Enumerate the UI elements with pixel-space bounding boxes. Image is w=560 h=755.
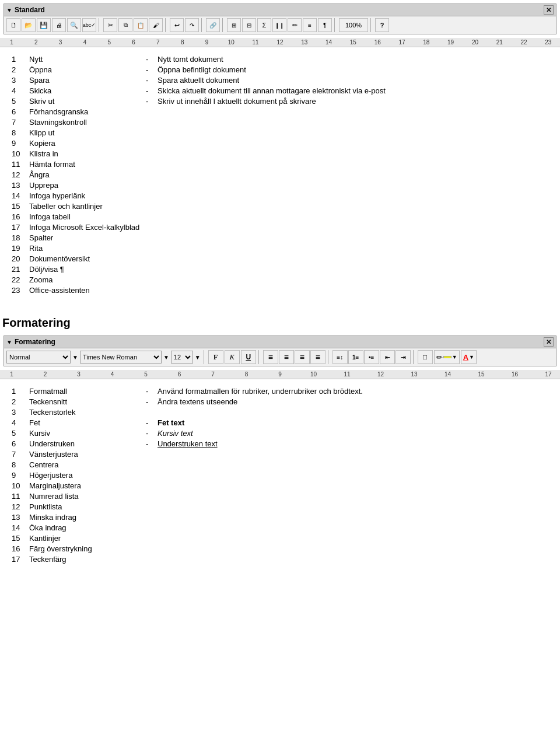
insert-table-button[interactable]: ⊟ <box>242 18 256 32</box>
increase-indent-button[interactable]: ⇥ <box>396 350 411 364</box>
new-button[interactable]: 🗋 <box>6 18 20 32</box>
item-label: Zooma <box>29 275 146 284</box>
format-painter-button[interactable]: 🖌 <box>149 18 163 32</box>
ruler-num-6: 6 <box>128 39 139 46</box>
help-button[interactable]: ? <box>375 18 389 32</box>
fmt-ruler-num-2: 2 <box>40 371 51 378</box>
item-number: 23 <box>12 286 29 295</box>
fmt-ruler-num-15: 15 <box>475 371 487 378</box>
item-number: 5 <box>12 429 29 438</box>
decrease-indent-button[interactable]: ⇤ <box>380 350 395 364</box>
columns-button[interactable]: ❙❙ <box>272 18 286 32</box>
item-label: Kantlinjer <box>29 534 146 543</box>
list-item: 22Zooma <box>12 275 548 284</box>
item-dash: - <box>146 439 158 448</box>
item-number: 19 <box>12 244 29 253</box>
item-number: 14 <box>12 191 29 200</box>
italic-button[interactable]: K <box>225 350 240 364</box>
fmt-separator-4 <box>413 350 415 364</box>
tables-button[interactable]: ⊞ <box>227 18 241 32</box>
align-center-button[interactable]: ≡ <box>279 350 294 364</box>
style-dropdown[interactable]: Normal <box>6 351 71 363</box>
size-dropdown[interactable]: 12 <box>171 351 193 363</box>
toolbar-title-left: ▼ Standard <box>6 6 45 14</box>
cut-button[interactable]: ✂ <box>103 18 117 32</box>
list-item: 20Dokumentöversikt <box>12 254 548 263</box>
list-item: 3Teckenstorlek <box>12 408 548 417</box>
list-item: 11Hämta format <box>12 160 548 169</box>
align-left-button[interactable]: ≡ <box>263 350 278 364</box>
item-label: Klistra in <box>29 149 146 158</box>
item-label: Upprepa <box>29 181 146 190</box>
docmap-button[interactable]: ≡ <box>303 18 317 32</box>
standard-toolbar-titlebar: ▼ Standard ✕ <box>4 4 556 16</box>
list-item: 18Spalter <box>12 233 548 242</box>
formatting-toolbar-close[interactable]: ✕ <box>544 337 554 347</box>
fmt-ruler-num-6: 6 <box>174 371 186 378</box>
show-para-button[interactable]: ¶ <box>318 18 332 32</box>
list-item: 14Öka indrag <box>12 523 548 532</box>
ruler-num-17: 17 <box>396 39 408 46</box>
item-number: 8 <box>12 128 29 137</box>
font-dropdown[interactable]: Times New Roman <box>80 351 162 363</box>
open-button[interactable]: 📂 <box>22 18 36 32</box>
item-label: Hämta format <box>29 160 146 169</box>
item-dash: - <box>146 397 158 406</box>
standard-item-list: 1Nytt-Nytt tomt dokument2Öppna-Öppna bef… <box>12 55 548 295</box>
item-number: 1 <box>12 387 29 396</box>
zoom-button[interactable]: 100% <box>339 18 368 32</box>
fmt-separator-1 <box>204 350 206 364</box>
redo-button[interactable]: ↷ <box>185 18 199 32</box>
borders-button[interactable]: □ <box>418 350 433 364</box>
ruler-num-9: 9 <box>201 39 213 46</box>
hyperlink-button[interactable]: 🔗 <box>206 18 220 32</box>
list-item: 6Förhandsgranska <box>12 107 548 116</box>
list-item: 7Stavningskontroll <box>12 118 548 127</box>
item-desc: Använd formatmallen för rubriker, underr… <box>158 387 548 396</box>
copy-button[interactable]: ⧉ <box>118 18 132 32</box>
item-number: 7 <box>12 450 29 459</box>
underline-button[interactable]: U <box>241 350 256 364</box>
save-button[interactable]: 💾 <box>37 18 51 32</box>
paste-button[interactable]: 📋 <box>134 18 148 32</box>
item-number: 12 <box>12 170 29 179</box>
item-label: Minska indrag <box>29 513 146 522</box>
align-group: ≡ ≡ ≡ ≡ <box>263 350 326 364</box>
item-desc: Fet text <box>158 418 548 427</box>
standard-toolbar-close[interactable]: ✕ <box>544 5 554 15</box>
item-number: 20 <box>12 254 29 263</box>
undo-button[interactable]: ↩ <box>170 18 184 32</box>
ruler-num-14: 14 <box>323 39 335 46</box>
highlight-button[interactable]: ✏ ▼ <box>434 350 460 364</box>
spell-button[interactable]: abc✓ <box>82 18 96 32</box>
align-right-button[interactable]: ≡ <box>295 350 310 364</box>
item-label: Teckenstorlek <box>29 408 146 417</box>
draw-button[interactable]: ✏ <box>288 18 302 32</box>
item-dash: - <box>146 97 158 106</box>
font-color-dropdown-arrow: ▼ <box>469 354 474 360</box>
align-justify-button[interactable]: ≡ <box>310 350 326 364</box>
numbering-button[interactable]: 1≡ <box>348 350 363 364</box>
bold-button[interactable]: F <box>208 350 223 364</box>
bullets-button[interactable]: •≡ <box>364 350 379 364</box>
item-label: Office-assistenten <box>29 286 146 295</box>
item-label: Tabeller och kantlinjer <box>29 202 146 211</box>
preview-button[interactable]: 🔍 <box>67 18 81 32</box>
item-label: Rita <box>29 244 146 253</box>
print-button[interactable]: 🖨 <box>52 18 66 32</box>
separator-2 <box>165 18 167 32</box>
list-item: 14Infoga hyperlänk <box>12 191 548 200</box>
excel-button[interactable]: Σ <box>257 18 271 32</box>
item-desc: Skriv ut innehåll I aktuellt dokument på… <box>158 97 548 106</box>
item-number: 17 <box>12 223 29 232</box>
item-label: Klipp ut <box>29 128 146 137</box>
font-color-button[interactable]: A ▼ <box>461 350 477 364</box>
list-item: 12Ångra <box>12 170 548 179</box>
line-spacing-button[interactable]: ≡↕ <box>332 350 348 364</box>
item-label: Understruken <box>29 439 146 448</box>
item-dash: - <box>146 387 158 396</box>
item-label: Skicka <box>29 86 146 95</box>
toolbar-arrow-icon: ▼ <box>6 7 12 13</box>
list-item: 1Nytt-Nytt tomt dokument <box>12 55 548 64</box>
item-number: 9 <box>12 471 29 480</box>
